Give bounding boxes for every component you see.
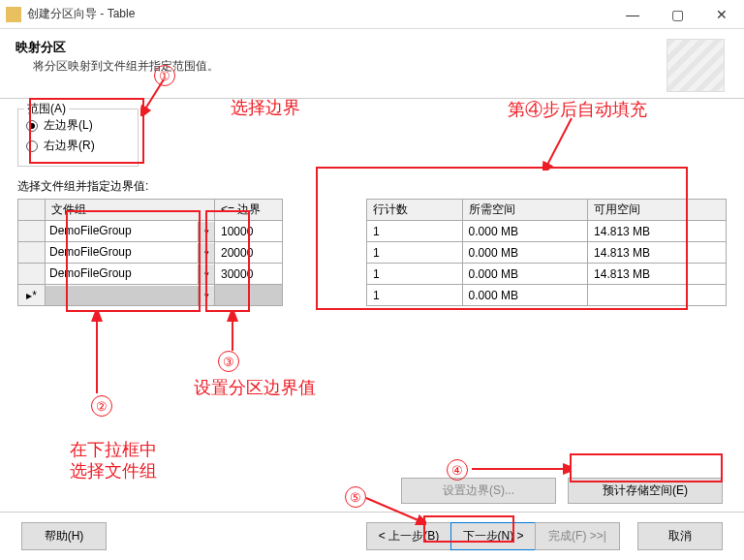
- table-row: DemoFileGroup▾ 30000: [18, 264, 283, 285]
- set-boundary-button[interactable]: 设置边界(S)...: [401, 478, 556, 504]
- wizard-header: 映射分区 将分区映射到文件组并指定范围值。: [0, 29, 744, 99]
- next-button[interactable]: 下一步(N) >: [450, 522, 536, 550]
- page-subtitle: 将分区映射到文件组并指定范围值。: [16, 58, 666, 75]
- window-title: 创建分区向导 - Table: [27, 6, 610, 22]
- col-filegroup: 文件组: [46, 200, 215, 221]
- close-button[interactable]: ✕: [699, 0, 744, 28]
- back-button[interactable]: < 上一步(B): [366, 522, 451, 550]
- titlebar: 创建分区向导 - Table — ▢ ✕: [0, 0, 744, 29]
- row-header-blank: [18, 200, 46, 221]
- maximize-button[interactable]: ▢: [655, 0, 699, 28]
- table-row: DemoFileGroup▾ 10000: [18, 221, 283, 242]
- radio-left-label: 左边界(L): [44, 117, 93, 134]
- filegroup-table[interactable]: 文件组 <= 边界 DemoFileGroup▾ 10000 DemoFileG…: [17, 199, 283, 306]
- radio-right-boundary[interactable]: 右边界(R): [26, 138, 130, 154]
- minimize-button[interactable]: —: [610, 0, 655, 28]
- radio-dot-icon: [26, 120, 38, 132]
- storage-table: 行计数 所需空间 可用空间 10.000 MB14.813 MB 10.000 …: [366, 199, 727, 306]
- table-row-new: ▸* ▾: [18, 285, 283, 306]
- filegroup-combo[interactable]: DemoFileGroup▾: [46, 221, 215, 242]
- radio-dot-icon: [26, 140, 38, 152]
- annotation-set-boundary-val: 设置分区边界值: [194, 376, 316, 399]
- app-icon: [6, 7, 21, 22]
- table-row: 10.000 MB14.813 MB: [367, 264, 727, 285]
- table-row: 10.000 MB14.813 MB: [367, 221, 727, 242]
- estimate-storage-button[interactable]: 预计存储空间(E): [568, 478, 723, 504]
- filegroup-combo[interactable]: DemoFileGroup▾: [46, 242, 215, 264]
- boundary-cell[interactable]: 30000: [215, 264, 283, 285]
- finish-button[interactable]: 完成(F) >>|: [535, 522, 620, 550]
- chevron-down-icon[interactable]: ▾: [198, 243, 214, 263]
- boundary-cell[interactable]: [215, 285, 283, 306]
- annotation-choose-fg-1: 在下拉框中: [70, 438, 157, 461]
- chevron-down-icon[interactable]: ▾: [198, 222, 214, 241]
- arrow-2: [87, 312, 107, 395]
- table-row: 10.000 MB: [367, 285, 727, 306]
- table-row: DemoFileGroup▾ 20000: [18, 242, 283, 264]
- table-row: 10.000 MB14.813 MB: [367, 242, 727, 264]
- chevron-down-icon[interactable]: ▾: [198, 264, 214, 284]
- arrow-4b: [470, 463, 571, 475]
- page-title: 映射分区: [16, 39, 666, 56]
- boundary-cell[interactable]: 10000: [215, 221, 283, 242]
- col-available: 可用空间: [588, 200, 727, 221]
- chevron-down-icon[interactable]: ▾: [198, 286, 214, 305]
- help-button[interactable]: 帮助(H): [21, 522, 107, 550]
- section-label: 选择文件组并指定边界值:: [17, 178, 727, 195]
- annotation-choose-fg-2: 选择文件组: [70, 459, 157, 482]
- arrow-3: [223, 312, 242, 353]
- new-row-marker[interactable]: ▸*: [18, 285, 46, 306]
- annotation-num-5: ⑤: [345, 486, 366, 508]
- wizard-footer: 帮助(H) < 上一步(B) 下一步(N) > 完成(F) >>| 取消: [0, 512, 744, 560]
- range-fieldset: 范围(A) 左边界(L) 右边界(R): [17, 109, 139, 167]
- cancel-button[interactable]: 取消: [637, 522, 723, 550]
- filegroup-combo[interactable]: ▾: [46, 285, 215, 306]
- radio-left-boundary[interactable]: 左边界(L): [26, 117, 130, 134]
- window-buttons: — ▢ ✕: [610, 0, 744, 28]
- col-boundary: <= 边界: [215, 200, 283, 221]
- col-required: 所需空间: [462, 200, 588, 221]
- range-legend: 范围(A): [24, 101, 69, 117]
- filegroup-combo[interactable]: DemoFileGroup▾: [46, 264, 215, 285]
- annotation-num-3: ③: [218, 351, 239, 372]
- col-rowcount: 行计数: [367, 200, 463, 221]
- annotation-num-2: ②: [91, 395, 112, 417]
- wizard-logo: [666, 39, 725, 92]
- radio-right-label: 右边界(R): [44, 138, 95, 154]
- boundary-cell[interactable]: 20000: [215, 242, 283, 264]
